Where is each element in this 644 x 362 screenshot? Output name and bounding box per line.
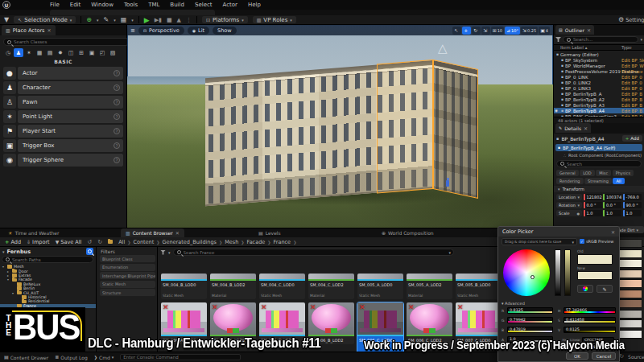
- eyedropper-button[interactable]: ✎: [597, 285, 613, 293]
- close-icon[interactable]: ✕: [611, 229, 615, 235]
- color-wheel-mode-button[interactable]: [577, 285, 593, 293]
- close-icon[interactable]: ✕: [47, 27, 52, 33]
- chevron-down-icon[interactable]: ▾: [448, 250, 451, 255]
- scale-snap-toggle[interactable]: ⇲ 0.25: [521, 27, 538, 35]
- category-chip[interactable]: LOD: [580, 170, 594, 176]
- scale-dropdown[interactable]: Scale●: [556, 210, 582, 216]
- asset-tile[interactable]: SM_004_C_LOD0 Static Mesh: [259, 274, 305, 299]
- channel-gradient[interactable]: [508, 331, 552, 333]
- asset-tile[interactable]: SM_005_A_LOD2 Material: [407, 274, 452, 299]
- outliner-row[interactable]: ◉ ▪ BP_WorldManager Edit BP_W: [554, 63, 644, 68]
- rotation-dropdown[interactable]: Rotation▾: [556, 202, 582, 208]
- asset-tile[interactable]: SM_005_B_LOD0 Static Mesh: [456, 274, 502, 299]
- rotate-tool-icon[interactable]: ↻: [472, 27, 481, 35]
- cmd-dropdown[interactable]: ❯Cmd▾: [94, 355, 114, 360]
- chevron-down-icon[interactable]: ▾: [97, 18, 99, 23]
- eject-button[interactable]: ▲: [177, 17, 181, 23]
- help-icon[interactable]: ?: [114, 142, 120, 149]
- breadcrumb-segment[interactable]: Generated_Buildings❯: [162, 239, 222, 245]
- vp-roles-dropdown[interactable]: ▥ VP Roles ▾: [253, 16, 296, 23]
- actor-type-link[interactable]: PostProce: [621, 69, 644, 74]
- close-icon[interactable]: ✕: [587, 27, 591, 33]
- channel-value-field[interactable]: 0,79942: [507, 317, 553, 323]
- filter-icon[interactable]: [160, 250, 166, 255]
- channel-value-field[interactable]: 0,8125: [507, 307, 553, 314]
- location-z-field[interactable]: -769.0: [623, 194, 642, 200]
- root-component-row[interactable]: ∴ Root Component (RootComponent): [555, 152, 642, 158]
- stop-button[interactable]: ■: [167, 17, 172, 23]
- filter-chip[interactable]: Static Mesh: [100, 281, 155, 288]
- output-log-button[interactable]: ≣Output Log: [55, 355, 88, 360]
- geometry-category-icon[interactable]: ◫: [66, 48, 76, 57]
- volumes-category-icon[interactable]: ⊞: [76, 48, 86, 57]
- help-icon[interactable]: ?: [114, 70, 120, 76]
- channel-value-field[interactable]: 0,8125: [564, 327, 616, 333]
- outliner-row[interactable]: ◉ ▪ BP_0_LINK3 Edit BP_0: [554, 85, 644, 91]
- move-tool-icon[interactable]: +: [462, 27, 471, 35]
- basic-category-icon[interactable]: ♟: [14, 48, 23, 57]
- help-icon[interactable]: ?: [114, 84, 120, 91]
- actor-type-link[interactable]: Edit BP_B: [621, 109, 644, 113]
- transform-section-header[interactable]: ▾ Transform: [554, 186, 644, 192]
- place-actor-item[interactable]: ● Actor ?: [3, 67, 123, 80]
- revision-control-icon[interactable]: ↻: [619, 353, 624, 360]
- select-tool-icon[interactable]: ↖: [452, 27, 461, 35]
- category-chip[interactable]: Rendering: [556, 178, 584, 184]
- actor-type-link[interactable]: Edit BP_B: [621, 97, 644, 102]
- import-button[interactable]: ⇩Import: [27, 239, 50, 245]
- outliner-row[interactable]: ◉ ▪ BP_SkySystem Edit BP_Sk: [554, 57, 644, 63]
- channel-value-field[interactable]: 0,47819: [507, 327, 553, 333]
- expand-arrow-icon[interactable]: ▾: [12, 291, 15, 295]
- perspective-dropdown[interactable]: ⊡ Perspective: [138, 27, 184, 35]
- menu-item[interactable]: Build: [170, 2, 184, 8]
- play-options-icon[interactable]: ⋮: [186, 17, 192, 23]
- rotation-x-field[interactable]: 0.0 °: [584, 202, 602, 208]
- add-component-button[interactable]: + Add: [622, 135, 642, 142]
- saved-colors-dropdown[interactable]: Drag & drop colors here to save ▾: [502, 238, 577, 245]
- close-icon[interactable]: ✕: [584, 125, 588, 131]
- outliner-row[interactable]: ◉ ▪ BP_BerlinTypB_A Edit BP_B: [554, 91, 644, 97]
- srgb-preview-checkbox[interactable]: ✓ sRGB Preview: [580, 239, 613, 244]
- menu-item[interactable]: Select: [195, 2, 213, 8]
- lock-icon[interactable]: ●: [577, 212, 580, 216]
- outliner-row[interactable]: ◉ ▪ BP_BerlinTypB_A2 Edit BP_B: [554, 97, 644, 102]
- ok-button[interactable]: OK: [566, 352, 588, 360]
- actor-type-link[interactable]: Edit BP_0: [621, 80, 644, 85]
- path-search-input[interactable]: [10, 257, 93, 262]
- filter-chip[interactable]: Blueprint Class: [100, 255, 155, 262]
- channel-gradient[interactable]: [564, 311, 615, 314]
- cinematic-category-icon[interactable]: ▤: [45, 48, 55, 57]
- channel-gradient[interactable]: [564, 321, 615, 323]
- place-actor-item[interactable]: ♟ Character ?: [3, 81, 123, 94]
- help-icon[interactable]: ?: [114, 99, 120, 105]
- cancel-button[interactable]: Cancel: [592, 352, 616, 360]
- place-actor-item[interactable]: ⚑ Player Start ?: [3, 125, 123, 138]
- unreal-logo-icon[interactable]: U: [2, 1, 10, 9]
- show-dropdown[interactable]: Show: [213, 27, 237, 35]
- scale-y-field[interactable]: 1.0: [603, 210, 621, 216]
- asset-search-input[interactable]: [181, 250, 449, 255]
- path-search-button[interactable]: [86, 248, 93, 255]
- menu-item[interactable]: File: [50, 2, 60, 8]
- lights-category-icon[interactable]: ✶: [24, 48, 34, 57]
- category-chip[interactable]: Streaming: [584, 178, 612, 184]
- outliner-row[interactable]: ◉ ▪ BP_0_LINK2 Edit BP_0: [554, 80, 644, 85]
- filter-chip[interactable]: Structure: [100, 289, 155, 296]
- skip-button[interactable]: ▶▮: [155, 17, 162, 23]
- menu-item[interactable]: Window: [91, 2, 114, 8]
- menu-item[interactable]: TML: [148, 2, 159, 8]
- value-slider[interactable]: [555, 249, 561, 296]
- viewport-menu-icon[interactable]: ≡: [130, 27, 135, 34]
- forward-icon[interactable]: ↻: [97, 239, 102, 245]
- location-dropdown[interactable]: Location▾: [556, 194, 582, 200]
- console-command-input[interactable]: [120, 354, 241, 360]
- location-y-field[interactable]: 100374.59: [603, 194, 621, 200]
- component-self-row[interactable]: ▪ BP_BerlinTypB_A4 (Self): [555, 144, 642, 151]
- close-icon[interactable]: ✕: [175, 230, 180, 236]
- place-actor-item[interactable]: ✶ Point Light ?: [3, 110, 123, 123]
- menu-item[interactable]: Actor: [223, 2, 237, 8]
- asset-tile[interactable]: SM_004_B_LOD2 Material: [210, 274, 256, 299]
- shapes-category-icon[interactable]: ▦: [35, 48, 44, 57]
- content-drawer-button[interactable]: ▤Content Drawer: [4, 355, 48, 360]
- help-icon[interactable]: ?: [114, 157, 120, 163]
